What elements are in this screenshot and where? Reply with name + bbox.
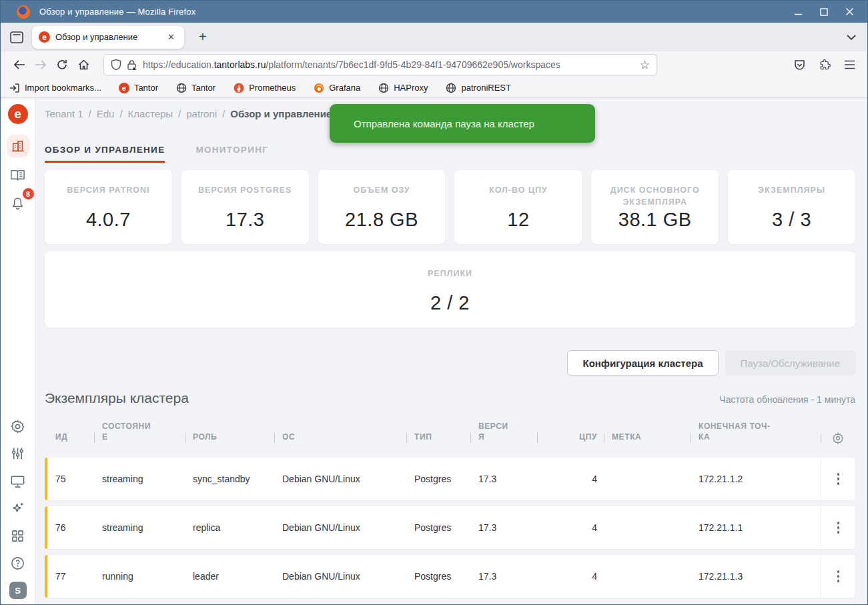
stat-card-cpu-count: КОЛ-ВО ЦПУ 12 [454, 170, 582, 244]
cell-state: streaming [94, 522, 185, 533]
table-settings-gear-icon[interactable] [821, 432, 855, 452]
cluster-config-button[interactable]: Конфигурация кластера [567, 350, 718, 376]
bookmark-patronirest[interactable]: patroniREST [446, 82, 511, 93]
firefox-view-icon[interactable] [7, 29, 27, 46]
url-text[interactable]: https://education.tantorlabs.ru/platform… [143, 59, 636, 70]
row-menu-button[interactable] [821, 458, 855, 500]
window-close-button[interactable] [845, 7, 854, 16]
col-endpoint[interactable]: КОНЕЧНАЯ ТОЧ-КА [691, 421, 775, 452]
notifications-badge: 8 [23, 188, 34, 199]
window-maximize-button[interactable] [820, 8, 828, 16]
col-role[interactable]: РОЛЬ [185, 432, 274, 452]
url-bar[interactable]: https://education.tantorlabs.ru/platform… [103, 54, 657, 75]
bookmark-haproxy[interactable]: HAProxy [378, 82, 428, 93]
browser-tab[interactable]: e Обзор и управление ✕ [32, 26, 184, 49]
breadcrumb-separator: / [119, 108, 122, 119]
cell-endpoint: 172.21.1.3 [691, 571, 821, 582]
tantor-logo-icon[interactable]: e [8, 104, 28, 124]
breadcrumb-separator: / [222, 108, 225, 119]
globe-icon [175, 82, 187, 93]
row-menu-button[interactable] [821, 555, 855, 598]
cell-version: 17.3 [470, 571, 537, 582]
stat-card-primary-disk: ДИСК ОСНОВНОГО ЭКЗЕМПЛЯРА 38.1 GB [591, 170, 719, 244]
col-id[interactable]: ИД [47, 432, 94, 452]
bookmark-star-icon[interactable]: ☆ [640, 59, 650, 71]
breadcrumb-item[interactable]: Tenant 1 [45, 108, 83, 119]
tantor-icon: e [119, 83, 129, 93]
cell-state: streaming [94, 474, 185, 484]
monitor-icon[interactable] [7, 470, 29, 492]
user-avatar[interactable]: S [9, 582, 27, 599]
breadcrumb-current: Обзор и управление [230, 108, 332, 119]
breadcrumb-item[interactable]: Edu [97, 108, 115, 119]
bookmark-tantor-1[interactable]: e Tantor [119, 83, 158, 93]
shield-icon[interactable] [111, 59, 121, 71]
row-menu-button[interactable] [821, 506, 855, 549]
cell-cpu: 4 [537, 474, 604, 484]
cell-endpoint: 172.21.1.2 [691, 474, 821, 484]
settings-gear-icon[interactable] [7, 415, 29, 438]
forward-button[interactable] [30, 55, 51, 75]
app-sidebar: e 8 [1, 99, 35, 605]
toast-message: Отправлена команда пауза на кластер [354, 118, 534, 129]
browser-tab-bar: e Обзор и управление ✕ + [1, 23, 867, 51]
cell-version: 17.3 [470, 522, 537, 533]
pocket-shield-icon[interactable] [794, 59, 805, 71]
cell-type: Postgres [406, 571, 470, 582]
bookmark-tantor-2[interactable]: Tantor [175, 82, 215, 93]
col-version[interactable]: ВЕРСИЯ [470, 421, 512, 452]
bookmark-import[interactable]: Import bookmarks... [9, 82, 101, 93]
window-minimize-button[interactable] [794, 7, 803, 16]
tab-title: Обзор и управление [55, 32, 161, 42]
back-button[interactable] [9, 55, 30, 75]
col-cpu[interactable]: ЦПУ [537, 432, 604, 452]
main-panel: Отправлена команда пауза на кластер Tena… [35, 99, 867, 605]
tab-monitoring[interactable]: МОНИТОРИНГ [195, 145, 268, 163]
stat-card-ram: ОБЪЕМ ОЗУ 21.8 GB [318, 170, 446, 244]
prometheus-icon [233, 82, 244, 93]
stat-card-instances: ЭКЗЕМПЛЯРЫ 3 / 3 [728, 170, 855, 244]
tab-overview-management[interactable]: ОБЗОР И УПРАВЛЕНИЕ [45, 145, 165, 163]
breadcrumb-separator: / [89, 108, 91, 119]
col-os[interactable]: ОС [274, 432, 406, 452]
breadcrumb-item[interactable]: patroni [186, 108, 217, 119]
list-tabs-chevron-icon[interactable] [846, 34, 857, 41]
bookmark-grafana[interactable]: Grafana [313, 82, 360, 93]
lock-warning-icon[interactable] [127, 59, 137, 71]
cell-endpoint: 172.21.1.1 [691, 522, 821, 533]
help-icon[interactable] [7, 552, 29, 574]
menu-hamburger-icon[interactable] [844, 60, 855, 69]
table-row[interactable]: 77 running leader Debian GNU/Linux Postg… [45, 555, 855, 598]
sidebar-item-clusters[interactable] [7, 135, 29, 157]
home-button[interactable] [73, 55, 94, 75]
sidebar-item-notifications[interactable]: 8 [7, 192, 29, 215]
tantor-favicon-icon: e [39, 31, 50, 43]
filters-sliders-icon[interactable] [7, 442, 29, 465]
cell-cpu: 4 [537, 571, 604, 582]
pause-maintenance-button[interactable]: Пауза/Обслуживание [725, 350, 855, 376]
bookmark-prometheus[interactable]: Prometheus [233, 82, 296, 93]
extensions-puzzle-icon[interactable] [819, 59, 831, 71]
new-tab-button[interactable]: + [193, 29, 212, 45]
cell-role: sync_standby [185, 474, 274, 484]
toast-notification[interactable]: Отправлена команда пауза на кластер [330, 104, 595, 143]
col-state[interactable]: СОСТОЯНИЕ [94, 421, 155, 452]
cell-type: Postgres [406, 474, 470, 484]
url-fade [599, 55, 632, 74]
sidebar-item-docs[interactable] [7, 164, 29, 187]
kebab-menu-icon [833, 518, 844, 538]
apps-grid-icon[interactable] [7, 524, 29, 547]
browser-nav-bar: https://education.tantorlabs.ru/platform… [1, 51, 867, 78]
col-label[interactable]: МЕТКА [604, 432, 691, 452]
tab-close-icon[interactable]: ✕ [165, 31, 177, 43]
stat-card-postgres-version: ВЕРСИЯ POSTGRES 17.3 [181, 170, 309, 244]
cell-os: Debian GNU/Linux [274, 571, 406, 582]
globe-icon [446, 82, 457, 93]
reload-button[interactable] [51, 55, 73, 75]
table-row[interactable]: 75 streaming sync_standby Debian GNU/Lin… [45, 458, 855, 500]
table-row[interactable]: 76 streaming replica Debian GNU/Linux Po… [45, 506, 855, 549]
ai-sparkles-icon[interactable] [7, 497, 29, 520]
cell-os: Debian GNU/Linux [274, 522, 406, 533]
breadcrumb-item[interactable]: Кластеры [128, 108, 173, 119]
col-type[interactable]: ТИП [406, 432, 470, 452]
